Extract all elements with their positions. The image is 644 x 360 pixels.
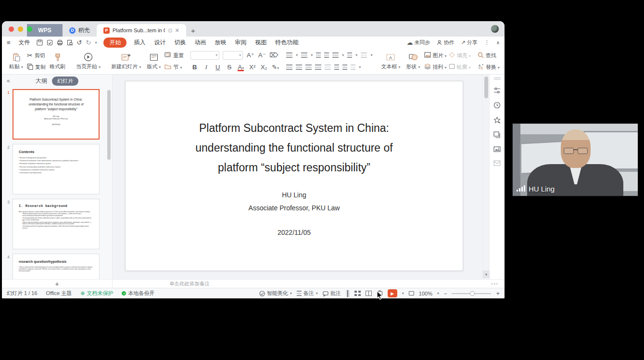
comment-button[interactable]: 批注 xyxy=(323,290,341,297)
smart-beautify-star-icon[interactable] xyxy=(493,116,501,124)
print-icon[interactable] xyxy=(57,39,63,46)
reading-view-icon[interactable] xyxy=(366,291,372,296)
add-slide-button[interactable]: + xyxy=(55,280,59,288)
undo-icon[interactable]: ↺ xyxy=(77,39,82,46)
zoom-slider[interactable] xyxy=(452,293,491,294)
align-objects-icon[interactable] xyxy=(342,64,347,70)
underline-button[interactable]: U xyxy=(214,64,222,71)
notes-more-icon[interactable]: ••• xyxy=(492,282,499,286)
layout-button[interactable]: 版式 ▾ xyxy=(145,52,163,70)
format-painter-button[interactable]: 格式刷 xyxy=(48,52,67,70)
zoom-in-icon[interactable]: + xyxy=(496,290,500,297)
new-tab-button[interactable]: + xyxy=(191,26,195,35)
zoom-level[interactable]: 100% xyxy=(419,291,432,296)
notes-placeholder[interactable]: 单击此处添加备注 xyxy=(169,281,210,287)
picture-button[interactable]: 图片 ▾ xyxy=(424,51,447,60)
collaborate-button[interactable]: 协作 xyxy=(437,39,454,46)
share-button[interactable]: ↗ 分享 xyxy=(461,39,477,46)
align-right-icon[interactable] xyxy=(305,64,312,70)
menu-transition[interactable]: 切换 xyxy=(174,39,186,47)
customize-quickbar-icon[interactable]: ▾ xyxy=(95,40,97,45)
menu-animation[interactable]: 动画 xyxy=(194,39,206,47)
font-color-button[interactable]: A▾ xyxy=(237,64,245,71)
find-button[interactable]: 查找 xyxy=(478,51,500,60)
strikethrough-button[interactable]: S xyxy=(225,64,233,71)
export-image-icon[interactable] xyxy=(493,146,501,153)
reset-button[interactable]: 重置 xyxy=(164,51,184,60)
theme-name[interactable]: Office 主题 xyxy=(46,290,72,297)
font-size-select[interactable]: ▾ xyxy=(223,51,243,60)
increase-indent-icon[interactable] xyxy=(324,52,329,58)
play-options-icon[interactable]: ▾ xyxy=(402,291,404,296)
menu-file[interactable]: 文件 xyxy=(19,39,30,47)
zoom-options-icon[interactable]: ▾ xyxy=(437,291,439,296)
columns-icon[interactable] xyxy=(334,64,339,70)
clear-format-icon[interactable]: ⌦ xyxy=(269,51,278,59)
scroll-down-icon[interactable]: ▾ xyxy=(483,270,490,278)
slide-author-text[interactable]: HU Ling xyxy=(126,191,463,199)
slide-thumbnail-4[interactable]: research question/hypothesis • How to un… xyxy=(13,254,100,279)
history-clock-icon[interactable] xyxy=(493,102,501,109)
increase-font-icon[interactable]: A⁺ xyxy=(246,51,254,59)
redo-icon[interactable]: ↻ xyxy=(86,39,91,46)
canvas-scrollbar-thumb[interactable] xyxy=(484,77,488,98)
collapse-panel-icon[interactable]: « xyxy=(7,77,10,84)
bullet-list-icon[interactable] xyxy=(286,52,292,58)
notes-toggle-button[interactable]: 备注▾ xyxy=(297,290,318,297)
editing-canvas[interactable]: Platform Subcontract System in China: un… xyxy=(113,75,482,279)
save-icon[interactable] xyxy=(37,39,43,46)
distribute-icon[interactable] xyxy=(325,64,331,70)
print-preview-icon[interactable] xyxy=(67,39,73,46)
normal-view-button[interactable] xyxy=(346,290,350,297)
zoom-window-button[interactable] xyxy=(27,26,32,32)
video-call-window[interactable]: HU Ling xyxy=(512,123,638,196)
new-slide-button[interactable]: 新建幻灯片 ▾ xyxy=(109,52,143,70)
slide-date-text[interactable]: 2022/11/05 xyxy=(126,229,463,236)
collapse-ribbon-icon[interactable]: ∧ xyxy=(496,40,500,45)
slide-thumbnail-2[interactable]: Contents • Research background and quest… xyxy=(13,144,100,194)
user-avatar[interactable] xyxy=(491,25,499,33)
tab-document[interactable]: P Platform Sub...tem in China ⊡ ✕ xyxy=(97,24,186,37)
paste-button[interactable]: 粘贴 ▾ xyxy=(7,52,25,70)
align-left-icon[interactable] xyxy=(286,64,292,70)
slide-title-text[interactable]: Platform Subcontract System in China: un… xyxy=(126,118,463,178)
tab-wps-home[interactable]: WPS xyxy=(27,24,63,37)
section-button[interactable]: 节 ▾ xyxy=(164,62,184,72)
menu-view[interactable]: 视图 xyxy=(255,39,266,47)
duplicate-slide-icon[interactable] xyxy=(493,131,501,138)
copy-button[interactable]: 复制 xyxy=(27,62,46,72)
slide-thumbnail-1[interactable]: Platform Subcontract System in China: un… xyxy=(13,89,100,140)
fill-button[interactable]: 填充 ▾ xyxy=(449,51,471,60)
bold-button[interactable]: B xyxy=(190,64,199,71)
sync-status-button[interactable]: ☁ 未同步 xyxy=(406,39,430,46)
slide-affiliation-text[interactable]: Associate Professor, PKU Law xyxy=(126,204,463,212)
paragraph-settings-icon[interactable] xyxy=(361,52,367,58)
play-from-current-button[interactable]: 当页开始 ▾ xyxy=(74,52,102,70)
menu-special-features[interactable]: 特色功能 xyxy=(275,39,298,47)
export-pdf-icon[interactable] xyxy=(47,39,53,46)
hamburger-menu-icon[interactable]: ≡ xyxy=(7,39,11,46)
backup-status[interactable]: 本地备份开 xyxy=(122,290,154,297)
menu-slideshow[interactable]: 放映 xyxy=(215,39,226,47)
textbox-button[interactable]: A 文本框 ▾ xyxy=(379,52,402,70)
slideshow-play-button[interactable]: ▶ xyxy=(388,289,397,297)
smart-beautify-button[interactable]: 智能美化▾ xyxy=(259,290,292,297)
menu-design[interactable]: 设计 xyxy=(154,39,165,47)
slide-sorter-view-icon[interactable] xyxy=(354,291,361,296)
font-family-select[interactable]: ▾ xyxy=(190,51,219,60)
shapes-button[interactable]: 形状 ▾ xyxy=(404,52,422,70)
zoom-slider-knob[interactable] xyxy=(470,291,475,296)
rotate-icon[interactable] xyxy=(351,64,355,70)
protection-status[interactable]: ⊗ 文档未保护 xyxy=(80,290,113,297)
minimize-window-button[interactable] xyxy=(18,26,23,32)
numbered-list-icon[interactable] xyxy=(301,52,307,58)
close-tab-icon[interactable]: ✕ xyxy=(175,27,179,34)
outline-button[interactable]: 轮廓 ▾ xyxy=(449,62,471,72)
text-direction-icon[interactable] xyxy=(332,52,339,58)
replace-button[interactable]: AB 替换 ▾ xyxy=(478,62,500,72)
decrease-indent-icon[interactable] xyxy=(316,52,321,58)
slides-tab-active[interactable]: 幻灯片 xyxy=(52,77,78,86)
fullscreen-icon[interactable] xyxy=(409,291,414,296)
decrease-font-icon[interactable]: A⁻ xyxy=(258,51,266,59)
canvas-scrollbar[interactable]: ▾ xyxy=(482,75,489,279)
